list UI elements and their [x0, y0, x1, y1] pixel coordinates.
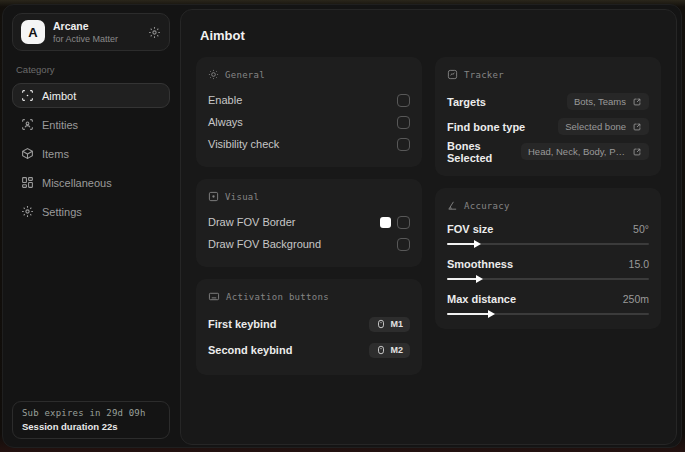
category-label: Category	[16, 64, 166, 75]
page-title: Aimbot	[200, 28, 661, 43]
expand-icon	[632, 122, 642, 132]
keyboard-icon	[208, 291, 220, 302]
setting-label: Smoothness	[447, 258, 513, 270]
slider-value: 250m	[623, 293, 649, 305]
sidebar-item-aimbot[interactable]: Aimbot	[12, 83, 170, 108]
setting-row-enable: Enable	[208, 89, 410, 111]
sidebar-item-entities[interactable]: Entities	[12, 112, 170, 137]
sidebar-item-label: Entities	[42, 119, 78, 131]
card-title: General	[225, 70, 265, 80]
setting-label: Bones Selected	[447, 140, 521, 164]
sidebar-item-items[interactable]: Items	[12, 141, 170, 166]
keybind-value: M2	[390, 345, 403, 355]
setting-row-draw-fov-border: Draw FOV Border	[208, 211, 410, 233]
sidebar-item-label: Settings	[42, 206, 82, 218]
slider-row-fov-size: FOV size 50°	[447, 220, 649, 245]
find-bone-type-dropdown[interactable]: Selected bone	[558, 118, 649, 135]
app-header: A Arcane for Active Matter	[12, 13, 170, 51]
app-name: Arcane	[53, 20, 140, 33]
overlay-window: A Arcane for Active Matter Category Aimb…	[2, 4, 682, 448]
general-card: General Enable Always Visibility check	[196, 57, 422, 167]
sidebar-item-label: Miscellaneous	[42, 177, 112, 189]
main-panel: Aimbot General Enable	[180, 9, 677, 445]
second-keybind-button[interactable]: M2	[369, 343, 410, 358]
card-title: Accuracy	[464, 201, 510, 211]
sidebar: A Arcane for Active Matter Category Aimb…	[3, 5, 179, 447]
always-checkbox[interactable]	[397, 116, 410, 129]
setting-label: FOV size	[447, 223, 493, 235]
layout-grid-icon	[21, 176, 34, 189]
mouse-icon	[376, 319, 386, 329]
setting-row-find-bone-type: Find bone type Selected bone	[447, 114, 649, 139]
expand-icon	[632, 97, 642, 107]
focus-target-icon	[447, 69, 458, 80]
setting-row-draw-fov-background: Draw FOV Background	[208, 233, 410, 255]
gear-icon	[21, 205, 34, 218]
mouse-icon	[376, 345, 386, 355]
first-keybind-button[interactable]: M1	[369, 317, 410, 332]
setting-label: Enable	[208, 94, 242, 106]
setting-label: Always	[208, 116, 243, 128]
setting-label: Visibility check	[208, 138, 279, 150]
sidebar-item-label: Aimbot	[42, 90, 76, 102]
app-logo: A	[21, 20, 45, 44]
setting-label: Targets	[447, 96, 486, 108]
setting-row-second-keybind: Second keybind M2	[208, 337, 410, 363]
setting-label: Max distance	[447, 293, 516, 305]
setting-label: Draw FOV Border	[208, 216, 295, 228]
tracker-card: Tracker Targets Bots, Teams Find bone ty…	[435, 57, 661, 176]
crosshair-scan-icon	[21, 89, 34, 102]
bones-selected-dropdown[interactable]: Head, Neck, Body, Pe…	[521, 143, 649, 160]
accuracy-card: Accuracy FOV size 50° Smoothness	[435, 188, 661, 329]
setting-label: First keybind	[208, 318, 276, 330]
fov-size-slider[interactable]	[447, 243, 649, 245]
sidebar-item-settings[interactable]: Settings	[12, 199, 170, 224]
draw-fov-border-checkbox[interactable]	[397, 216, 410, 229]
setting-label: Draw FOV Background	[208, 238, 321, 250]
image-frame-icon	[208, 191, 219, 202]
cube-icon	[21, 147, 34, 160]
app-subtitle: for Active Matter	[53, 34, 140, 45]
targets-dropdown[interactable]: Bots, Teams	[567, 93, 649, 110]
card-title: Activation buttons	[226, 292, 329, 302]
sidebar-item-miscellaneous[interactable]: Miscellaneous	[12, 170, 170, 195]
visual-card: Visual Draw FOV Border Draw FOV Backgrou…	[196, 179, 422, 267]
angle-icon	[447, 200, 458, 211]
max-distance-slider[interactable]	[447, 313, 649, 315]
slider-value: 50°	[633, 223, 649, 235]
setting-label: Second keybind	[208, 344, 292, 356]
fov-border-color-swatch[interactable]	[380, 217, 391, 228]
card-title: Visual	[225, 192, 259, 202]
smoothness-slider[interactable]	[447, 278, 649, 280]
dropdown-value: Bots, Teams	[574, 96, 626, 107]
sidebar-item-label: Items	[42, 148, 69, 160]
dropdown-value: Selected bone	[565, 121, 626, 132]
dropdown-value: Head, Neck, Body, Pe…	[528, 146, 626, 157]
card-title: Tracker	[464, 70, 504, 80]
activation-buttons-card: Activation buttons First keybind M1 Seco…	[196, 279, 422, 375]
setting-row-bones-selected: Bones Selected Head, Neck, Body, Pe…	[447, 139, 649, 164]
draw-fov-background-checkbox[interactable]	[397, 238, 410, 251]
person-scan-icon	[21, 118, 34, 131]
subscription-info: Sub expires in 29d 09h Session duration …	[12, 401, 170, 439]
slider-row-max-distance: Max distance 250m	[447, 290, 649, 315]
setting-row-targets: Targets Bots, Teams	[447, 89, 649, 114]
visibility-check-checkbox[interactable]	[397, 138, 410, 151]
session-duration-text: Session duration 22s	[22, 421, 160, 432]
keybind-value: M1	[390, 319, 403, 329]
sub-expires-text: Sub expires in 29d 09h	[22, 408, 160, 418]
enable-checkbox[interactable]	[397, 94, 410, 107]
gear-icon[interactable]	[148, 26, 161, 39]
setting-row-first-keybind: First keybind M1	[208, 311, 410, 337]
sun-settings-icon	[208, 69, 219, 80]
setting-label: Find bone type	[447, 121, 525, 133]
setting-row-visibility-check: Visibility check	[208, 133, 410, 155]
slider-row-smoothness: Smoothness 15.0	[447, 255, 649, 280]
setting-row-always: Always	[208, 111, 410, 133]
expand-icon	[632, 147, 642, 157]
slider-value: 15.0	[629, 258, 649, 270]
